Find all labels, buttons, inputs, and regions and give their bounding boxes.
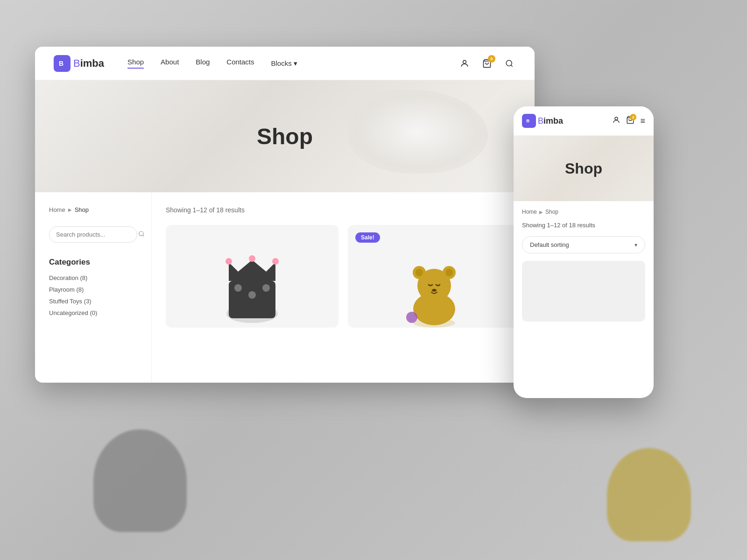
svg-marker-10 bbox=[229, 260, 275, 281]
mobile-results-text: Showing 1–12 of 18 results bbox=[522, 222, 645, 229]
mobile-cart-badge: 0 bbox=[630, 114, 636, 120]
user-icon-button[interactable] bbox=[458, 57, 471, 70]
bg-toy-crown bbox=[93, 429, 187, 532]
product-image-crown bbox=[222, 253, 282, 328]
category-stuffed-toys[interactable]: Stuffed Toys (3) bbox=[49, 298, 137, 305]
svg-point-22 bbox=[416, 269, 423, 276]
mobile-logo[interactable]: B Bimba bbox=[522, 114, 607, 128]
mobile-breadcrumb: Home ▶ Shop bbox=[522, 209, 645, 215]
breadcrumb-current: Shop bbox=[75, 206, 89, 213]
mobile-cart-icon[interactable]: 0 bbox=[626, 116, 634, 126]
svg-point-2 bbox=[463, 60, 466, 63]
desktop-window: B Bimba Shop About Blog Contacts Blocks … bbox=[35, 47, 535, 383]
search-box[interactable] bbox=[49, 226, 137, 243]
product-card-crown[interactable] bbox=[166, 225, 338, 328]
mobile-sort-label: Default sorting bbox=[530, 241, 569, 248]
category-decoration[interactable]: Decoration (8) bbox=[49, 274, 137, 281]
svg-point-12 bbox=[248, 291, 256, 299]
search-icon-button[interactable] bbox=[503, 57, 516, 70]
product-decoration-ball bbox=[406, 312, 417, 323]
svg-point-4 bbox=[506, 60, 512, 66]
hero-title: Shop bbox=[257, 124, 313, 149]
mobile-user-icon[interactable] bbox=[612, 116, 620, 126]
svg-point-6 bbox=[139, 231, 143, 236]
mobile-hero-title: Shop bbox=[565, 160, 602, 177]
mobile-product-placeholder bbox=[522, 261, 645, 322]
category-playroom[interactable]: Playroom (8) bbox=[49, 286, 137, 293]
svg-point-16 bbox=[272, 258, 279, 265]
chevron-down-icon: ▾ bbox=[634, 242, 637, 248]
svg-point-13 bbox=[262, 284, 270, 292]
search-icon bbox=[138, 231, 145, 238]
products-grid: Sale! bbox=[166, 225, 521, 328]
nav-blocks-label: Blocks bbox=[271, 59, 292, 67]
results-text: Showing 1–12 of 18 results bbox=[166, 206, 521, 214]
svg-point-15 bbox=[249, 255, 255, 262]
svg-text:B: B bbox=[526, 118, 529, 123]
mobile-breadcrumb-arrow: ▶ bbox=[539, 210, 543, 215]
nav-contacts[interactable]: Contacts bbox=[226, 58, 254, 69]
logo-text: Bimba bbox=[73, 57, 104, 70]
hero-section: Shop bbox=[35, 80, 535, 192]
product-card-bear[interactable]: Sale! bbox=[348, 225, 521, 328]
category-uncategorized[interactable]: Uncategorized (0) bbox=[49, 309, 137, 316]
svg-point-23 bbox=[445, 269, 453, 276]
nav-icons: 0 bbox=[458, 57, 516, 70]
desktop-nav: B Bimba Shop About Blog Contacts Blocks … bbox=[35, 47, 535, 80]
bg-toy-bear bbox=[607, 448, 691, 541]
chevron-down-icon: ▾ bbox=[294, 59, 297, 68]
mobile-sort-dropdown[interactable]: Default sorting ▾ bbox=[522, 236, 645, 253]
cart-icon-button[interactable]: 0 bbox=[480, 57, 493, 70]
mobile-window: B Bimba 0 ≡ Shop bbox=[514, 106, 654, 398]
nav-blog[interactable]: Blog bbox=[196, 58, 210, 69]
mobile-nav: B Bimba 0 ≡ bbox=[514, 106, 654, 136]
sale-badge: Sale! bbox=[355, 232, 380, 243]
search-input[interactable] bbox=[56, 231, 134, 238]
svg-text:B: B bbox=[59, 60, 63, 67]
svg-point-14 bbox=[226, 258, 232, 265]
nav-blocks[interactable]: Blocks ▾ bbox=[271, 58, 297, 69]
mobile-hero: Shop bbox=[514, 136, 654, 201]
svg-point-27 bbox=[615, 117, 618, 120]
mobile-logo-icon: B bbox=[522, 114, 536, 128]
main-content: Home ▶ Shop Categories Decoration (8) Pl… bbox=[35, 192, 535, 383]
svg-point-24 bbox=[432, 289, 437, 292]
mobile-nav-icons: 0 ≡ bbox=[612, 116, 645, 126]
nav-links: Shop About Blog Contacts Blocks ▾ bbox=[127, 58, 458, 69]
mobile-logo-name: imba bbox=[543, 116, 563, 126]
products-area: Showing 1–12 of 18 results bbox=[152, 192, 535, 383]
logo-name-text: imba bbox=[80, 57, 104, 69]
logo-icon: B bbox=[54, 55, 70, 72]
mobile-logo-b: B bbox=[538, 116, 543, 126]
mobile-logo-text: Bimba bbox=[538, 116, 563, 126]
svg-line-5 bbox=[511, 65, 512, 66]
categories-title: Categories bbox=[49, 258, 137, 267]
mobile-breadcrumb-current: Shop bbox=[545, 209, 558, 215]
nav-shop[interactable]: Shop bbox=[127, 58, 144, 69]
cart-badge: 0 bbox=[488, 55, 495, 63]
breadcrumb: Home ▶ Shop bbox=[49, 206, 137, 213]
mobile-content: Home ▶ Shop Showing 1–12 of 18 results D… bbox=[514, 201, 654, 329]
svg-line-7 bbox=[143, 235, 144, 237]
logo[interactable]: B Bimba bbox=[54, 55, 104, 72]
logo-b: B bbox=[73, 57, 80, 69]
mobile-menu-icon[interactable]: ≡ bbox=[640, 116, 645, 126]
breadcrumb-home[interactable]: Home bbox=[49, 206, 65, 213]
categories-section: Categories Decoration (8) Playroom (8) S… bbox=[49, 258, 137, 316]
sidebar: Home ▶ Shop Categories Decoration (8) Pl… bbox=[35, 192, 152, 383]
mobile-breadcrumb-home[interactable]: Home bbox=[522, 209, 537, 215]
svg-point-11 bbox=[234, 284, 242, 292]
breadcrumb-arrow: ▶ bbox=[68, 207, 72, 212]
nav-about[interactable]: About bbox=[161, 58, 179, 69]
